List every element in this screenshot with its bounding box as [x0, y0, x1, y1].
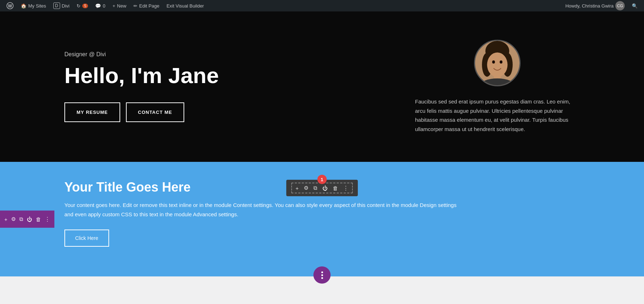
- divi-label: Divi: [62, 3, 70, 9]
- my-sites-label: My Sites: [28, 3, 46, 9]
- new-icon: +: [112, 3, 115, 9]
- click-here-button[interactable]: Click Here: [64, 230, 109, 247]
- svg-point-6: [487, 52, 507, 77]
- hero-right: Faucibus sed sed erat ipsum purus egesta…: [415, 40, 580, 134]
- exit-builder-button[interactable]: Exit Visual Builder: [163, 0, 208, 11]
- comments-icon: 💬: [95, 3, 101, 9]
- new-label: New: [117, 3, 126, 9]
- module-add-icon[interactable]: +: [296, 185, 299, 191]
- content-section: + ⚙ ⧉ ⏻ 🗑 ⋮ 1 + ⚙ ⧉ ⏻ 🗑 ⋮ Your Title Goe…: [0, 162, 644, 276]
- module-toolbar: 1 + ⚙ ⧉ ⏻ 🗑 ⋮: [286, 180, 358, 196]
- bottom-add-button[interactable]: [313, 266, 331, 284]
- dot2: [321, 274, 323, 276]
- updates-button[interactable]: ↻ 5: [73, 0, 92, 11]
- svg-point-8: [500, 61, 503, 64]
- admin-bar: W 🏠 My Sites D Divi ↻ 5 💬 0 + New ✏ Edit…: [0, 0, 644, 11]
- edit-page-button[interactable]: ✏ Edit Page: [130, 0, 163, 11]
- wp-logo-button[interactable]: W: [3, 0, 17, 11]
- module-clone-icon[interactable]: ⧉: [313, 185, 317, 191]
- edit-icon: ✏: [133, 3, 137, 9]
- search-icon: 🔍: [632, 3, 638, 9]
- hero-bio: Faucibus sed sed erat ipsum purus egesta…: [415, 97, 580, 134]
- my-sites-icon: 🏠: [21, 3, 26, 9]
- module-power-icon[interactable]: ⏻: [322, 185, 328, 191]
- my-sites-button[interactable]: 🏠 My Sites: [17, 0, 50, 11]
- hero-title: Hello, I'm Jane: [64, 63, 386, 88]
- section-settings-icon[interactable]: ⚙: [11, 216, 16, 222]
- updates-badge: 5: [82, 4, 88, 8]
- module-trash-icon[interactable]: 🗑: [333, 185, 338, 191]
- admin-bar-right: Howdy, Christina Gwira CG 🔍: [562, 0, 641, 11]
- user-avatar: CG: [615, 1, 625, 10]
- new-button[interactable]: + New: [109, 0, 130, 11]
- module-more-icon[interactable]: ⋮: [343, 185, 348, 191]
- contact-button[interactable]: CONTACT ME: [126, 102, 185, 122]
- hero-subtitle: Designer @ Divi: [64, 51, 386, 58]
- dot1: [321, 271, 323, 273]
- hero-left: Designer @ Divi Hello, I'm Jane MY RESUM…: [64, 51, 386, 122]
- section-toolbar: + ⚙ ⧉ ⏻ 🗑 ⋮: [0, 211, 54, 228]
- comments-count: 0: [103, 3, 105, 9]
- edit-page-label: Edit Page: [139, 3, 159, 9]
- section-more-icon[interactable]: ⋮: [45, 216, 50, 222]
- module-settings-icon[interactable]: ⚙: [304, 185, 308, 191]
- section-power-icon[interactable]: ⏻: [27, 216, 32, 222]
- howdy-button[interactable]: Howdy, Christina Gwira CG: [562, 0, 628, 11]
- svg-point-7: [492, 61, 495, 64]
- divi-button[interactable]: D Divi: [50, 0, 73, 11]
- section-add-icon[interactable]: +: [4, 216, 8, 222]
- comments-button[interactable]: 💬 0: [92, 0, 109, 11]
- resume-button[interactable]: MY RESUME: [64, 102, 120, 122]
- module-toolbar-inner: + ⚙ ⧉ ⏻ 🗑 ⋮: [291, 183, 353, 193]
- updates-icon: ↻: [77, 3, 80, 9]
- content-body: Your content goes here. Edit or remove t…: [64, 201, 458, 219]
- svg-text:W: W: [8, 4, 12, 9]
- module-badge: 1: [317, 175, 327, 184]
- hero-buttons: MY RESUME CONTACT ME: [64, 102, 386, 122]
- search-button[interactable]: 🔍: [628, 0, 641, 11]
- hero-avatar: [474, 40, 521, 86]
- hero-section: Designer @ Divi Hello, I'm Jane MY RESUM…: [0, 11, 644, 162]
- howdy-text: Howdy, Christina Gwira: [565, 3, 614, 9]
- section-clone-icon[interactable]: ⧉: [19, 216, 23, 222]
- exit-builder-label: Exit Visual Builder: [166, 3, 204, 9]
- dot3: [321, 277, 323, 279]
- section-trash-icon[interactable]: 🗑: [36, 216, 41, 222]
- divi-icon: D: [53, 3, 60, 9]
